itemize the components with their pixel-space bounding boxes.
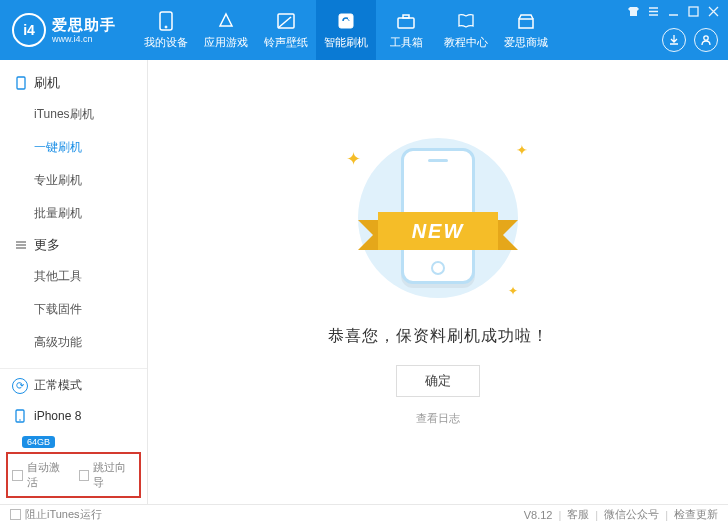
nav-ringtones[interactable]: 铃声壁纸 [256,0,316,60]
device-info[interactable]: iPhone 8 [0,402,147,434]
nav-store[interactable]: 爱思商城 [496,0,556,60]
nav-label: 工具箱 [390,35,423,50]
checkbox-label: 跳过向导 [93,460,135,490]
sidebar-item-itunes-flash[interactable]: iTunes刷机 [0,98,147,131]
sidebar-group-title: 刷机 [34,74,60,92]
nav-my-device[interactable]: 我的设备 [136,0,196,60]
footer-link-support[interactable]: 客服 [567,507,589,522]
nav-apps[interactable]: 应用游戏 [196,0,256,60]
sidebar-group-more[interactable]: 更多 [0,230,147,260]
flash-icon [336,11,356,31]
checkbox-label: 阻止iTunes运行 [25,507,102,522]
sidebar-item-other-tools[interactable]: 其他工具 [0,260,147,293]
options-highlight: 自动激活 跳过向导 [6,452,141,498]
sidebar-item-batch-flash[interactable]: 批量刷机 [0,197,147,230]
status-bar: 阻止iTunes运行 V8.12 | 客服 | 微信公众号 | 检查更新 [0,504,728,524]
book-icon [456,11,476,31]
svg-rect-5 [403,15,409,18]
menu-icon[interactable] [646,4,660,18]
sidebar-item-download-firmware[interactable]: 下载固件 [0,293,147,326]
download-icon[interactable] [662,28,686,52]
sidebar-item-advanced[interactable]: 高级功能 [0,326,147,359]
nav-toolbox[interactable]: 工具箱 [376,0,436,60]
nav-label: 教程中心 [444,35,488,50]
svg-rect-7 [689,7,698,16]
sidebar-group-title: 更多 [34,236,60,254]
storage-badge: 64GB [22,436,55,448]
ok-button[interactable]: 确定 [396,365,480,397]
nav-label: 应用游戏 [204,35,248,50]
checkbox-block-itunes[interactable]: 阻止iTunes运行 [10,507,102,522]
device-mode[interactable]: ⟳ 正常模式 [0,369,147,402]
brand-url: www.i4.cn [52,34,116,45]
footer-link-update[interactable]: 检查更新 [674,507,718,522]
apps-icon [216,11,236,31]
phone-small-icon [12,408,28,424]
nav-tutorials[interactable]: 教程中心 [436,0,496,60]
minimize-icon[interactable] [666,4,680,18]
svg-rect-4 [398,18,414,28]
footer-link-wechat[interactable]: 微信公众号 [604,507,659,522]
user-icon[interactable] [694,28,718,52]
sidebar: 刷机 iTunes刷机 一键刷机 专业刷机 批量刷机 更多 其他工具 下载固件 … [0,60,148,504]
app-logo: i4 爱思助手 www.i4.cn [0,13,128,47]
svg-point-11 [19,419,21,421]
checkbox-label: 自动激活 [27,460,69,490]
ribbon-text: NEW [378,212,498,250]
checkbox-skip-guide[interactable]: 跳过向导 [79,460,136,490]
svg-point-8 [704,36,708,40]
store-icon [516,11,536,31]
top-nav: 我的设备 应用游戏 铃声壁纸 智能刷机 工具箱 教程中心 爱思商城 [136,0,556,60]
svg-rect-9 [17,77,25,89]
window-controls [626,4,720,18]
nav-label: 我的设备 [144,35,188,50]
image-icon [276,11,296,31]
svg-rect-3 [339,14,353,28]
device-small-icon [14,76,28,90]
mode-label: 正常模式 [34,377,82,394]
success-illustration: ✦ ✦ ✦ NEW [338,128,538,308]
version-label: V8.12 [524,509,553,521]
svg-rect-6 [519,19,533,28]
nav-label: 爱思商城 [504,35,548,50]
maximize-icon[interactable] [686,4,700,18]
toolbox-icon [396,11,416,31]
main-content: ✦ ✦ ✦ NEW 恭喜您，保资料刷机成功啦！ 确定 查看日志 [148,60,728,504]
checkbox-auto-activate[interactable]: 自动激活 [12,460,69,490]
refresh-icon: ⟳ [12,378,28,394]
more-icon [14,238,28,252]
nav-flash[interactable]: 智能刷机 [316,0,376,60]
brand-name: 爱思助手 [52,16,116,34]
device-name: iPhone 8 [34,409,81,423]
nav-label: 智能刷机 [324,35,368,50]
logo-icon: i4 [12,13,46,47]
sidebar-group-flash[interactable]: 刷机 [0,68,147,98]
phone-icon [156,11,176,31]
nav-label: 铃声壁纸 [264,35,308,50]
skin-icon[interactable] [626,4,640,18]
close-icon[interactable] [706,4,720,18]
sidebar-item-pro-flash[interactable]: 专业刷机 [0,164,147,197]
svg-point-1 [165,26,167,28]
view-log-link[interactable]: 查看日志 [416,411,460,426]
sidebar-item-oneclick-flash[interactable]: 一键刷机 [0,131,147,164]
success-message: 恭喜您，保资料刷机成功啦！ [328,326,549,347]
